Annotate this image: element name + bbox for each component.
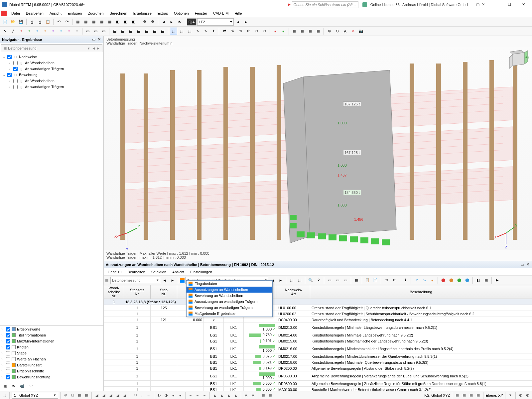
tb2-b[interactable]: ✦ [25, 28, 33, 35]
results-combo-dropdown[interactable]: EingabedatenAusnutzungen an Wandscheiben… [186, 280, 273, 317]
table-row[interactable]: 1BS1LK1 0.149✓DR0200.00Allgemeine Bewehr… [104, 365, 532, 371]
st-b[interactable]: ⊟ [69, 392, 75, 398]
table-row[interactable]: 1BS1LK1 0.500✓DR0800.00Allgemeine Bewehr… [104, 381, 532, 387]
tb2-ad[interactable]: ● [272, 28, 279, 35]
menu-fenster[interactable]: Fenster [192, 11, 210, 16]
line-icon[interactable]: ╱ [9, 28, 17, 35]
tree-item[interactable]: ›▯An wandartigen Trägern [1, 66, 102, 72]
tb-f[interactable]: ◧ [114, 18, 121, 26]
table-row[interactable]: 11210.000xDC0400.00Dauerhaftigkeit und B… [104, 317, 532, 323]
tb2-ak[interactable]: ⊖ [333, 28, 341, 35]
lower-item[interactable]: ›Werte an Flächen [1, 356, 102, 362]
tree-item[interactable]: ›▯An Wandscheiben [1, 78, 102, 84]
navbot-a[interactable]: ▦ [1, 382, 9, 390]
tb2-u[interactable]: ∿ [194, 28, 201, 35]
rt-prev[interactable]: ◄ [161, 277, 168, 284]
rt-n[interactable]: ↗ [413, 277, 420, 284]
rt-i[interactable]: 📋 [364, 277, 371, 284]
lower-item[interactable]: ›Max/Min-Informationen [1, 338, 102, 344]
qa-combo[interactable]: Q|A [187, 18, 197, 26]
st-m[interactable]: ◐ [156, 392, 162, 398]
st-ah[interactable]: ◐ [525, 392, 531, 398]
lf-next[interactable]: ► [242, 18, 250, 26]
rt-c[interactable]: 🔍 [307, 277, 314, 284]
tb2-j[interactable]: ▭ [92, 28, 99, 35]
tb2-q[interactable]: ⬓ [151, 28, 158, 35]
tb-e[interactable]: ▦ [106, 18, 113, 26]
tb2-e[interactable]: ✦ [49, 28, 57, 35]
tb2-n[interactable]: ⬓ [127, 28, 134, 35]
table-row[interactable]: 13.000UL0200.02Grenzzustand der Tragfähi… [104, 311, 532, 317]
open-icon[interactable]: 📂 [9, 18, 17, 26]
table-row[interactable]: 1BS1LK1 0.375✓DM0217.00Konstruktionsrege… [104, 353, 532, 359]
new-icon[interactable]: 📄 [1, 18, 9, 26]
menu-einfuegen[interactable]: Einfügen [65, 11, 84, 16]
rt-a[interactable]: ⬚ [288, 277, 295, 284]
resmenu-ansicht[interactable]: Ansicht [170, 269, 187, 275]
rt-t[interactable]: ⬤ [464, 277, 471, 284]
mdi-min-icon[interactable]: — [470, 2, 475, 7]
tree-item[interactable]: ⌄□Nachweise [1, 54, 102, 60]
navbot-c[interactable]: 📹 [19, 382, 26, 390]
lf-prev[interactable]: ◄ [234, 18, 242, 26]
st-k[interactable]: ↕ [139, 392, 145, 398]
tb2-ai[interactable]: ▦ [315, 28, 322, 35]
calc-icon[interactable]: ⚙ [141, 18, 148, 26]
rt-s[interactable]: ⬤ [456, 277, 463, 284]
menu-zuordnen[interactable]: Zuordnen [85, 11, 106, 16]
rt-l[interactable]: ⟳ [391, 277, 398, 284]
lower-item[interactable]: ›Stäbe [1, 350, 102, 356]
dropdown-item[interactable]: Eingabedaten [187, 281, 272, 287]
tb2-p[interactable]: ⬓ [143, 28, 150, 35]
st-e[interactable]: ◢ [94, 392, 100, 398]
resmenu-gehezu[interactable]: Gehe zu [105, 269, 124, 275]
mdi-max-icon[interactable]: ▢ [475, 2, 480, 7]
table-row[interactable]: 1BS1LK1 0.521✓DM0218.00Konstruktionsrege… [104, 359, 532, 365]
st-f[interactable]: ◢ [101, 392, 107, 398]
table-row[interactable]: 1BS1LK1 1.000✓DM0213.00Konstruktionsrege… [104, 323, 532, 332]
keyword-search[interactable] [292, 1, 358, 8]
st-aa[interactable]: ▦ [267, 392, 273, 398]
tb-a[interactable]: ▦ [74, 18, 81, 26]
save-icon[interactable]: 💾 [17, 18, 25, 26]
lower-item[interactable]: ›Ergebnisschnitte [1, 368, 102, 374]
tb2-af[interactable]: ▦ [291, 28, 298, 35]
menu-berechnen[interactable]: Berechnen [107, 11, 130, 16]
tb2-a[interactable]: ✦ [17, 28, 25, 35]
rt-next2[interactable]: ► [277, 277, 284, 284]
tree-item[interactable]: ›▯An Wandscheiben [1, 60, 102, 66]
st-p[interactable]: ● [177, 392, 183, 398]
col-stab[interactable]: StabNr. [151, 285, 177, 299]
navigator-combo[interactable]: ▦ Betonbemessung ▾ ◄ ► [1, 44, 102, 52]
st-n[interactable]: ◑ [163, 392, 169, 398]
rt-p[interactable]: ● [429, 277, 436, 284]
tb2-ab[interactable]: ✂ [253, 28, 260, 35]
tb-nav2[interactable]: ► [168, 18, 175, 26]
calc2-icon[interactable]: ⚙ [149, 18, 156, 26]
tb2-k[interactable]: ▭ [100, 28, 107, 35]
resmenu-einstellungen[interactable]: Einstellungen [188, 269, 215, 275]
menu-bearbeiten[interactable]: Bearbeiten [23, 11, 46, 16]
rt-g[interactable]: ▭ [342, 277, 349, 284]
st-ae[interactable]: ▦ [475, 392, 481, 398]
tb2-s[interactable]: ⬚ [178, 28, 185, 35]
rt-b[interactable]: ⬚ [296, 277, 303, 284]
tb2-al[interactable]: A [341, 28, 349, 35]
tb2-x[interactable]: ⇄ [221, 28, 228, 35]
tb2-c[interactable]: ✦ [33, 28, 41, 35]
st-x[interactable]: A [243, 392, 249, 398]
st-u[interactable]: ▲ [219, 392, 225, 398]
tb2-ag[interactable]: ▦ [299, 28, 306, 35]
results-table[interactable]: Wand-scheibeNr. StabsatzNr. StabNr. Stel… [104, 285, 532, 391]
st-j[interactable]: ⟲ [132, 392, 138, 398]
rt-k[interactable]: ⟲ [383, 277, 390, 284]
st-q[interactable]: ≡ [188, 392, 194, 398]
col-art[interactable]: Nachweis-Art [277, 285, 310, 299]
tb2-d[interactable]: ✦ [41, 28, 49, 35]
st-i[interactable]: ◢ [122, 392, 128, 398]
tb2-ae[interactable]: ● [280, 28, 287, 35]
lf-combo[interactable]: LF2▾ [197, 18, 234, 26]
tb2-z[interactable]: ⟲ [237, 28, 244, 35]
mdi-close-icon[interactable]: ✕ [481, 2, 485, 7]
menu-extras[interactable]: Extras [155, 11, 171, 16]
